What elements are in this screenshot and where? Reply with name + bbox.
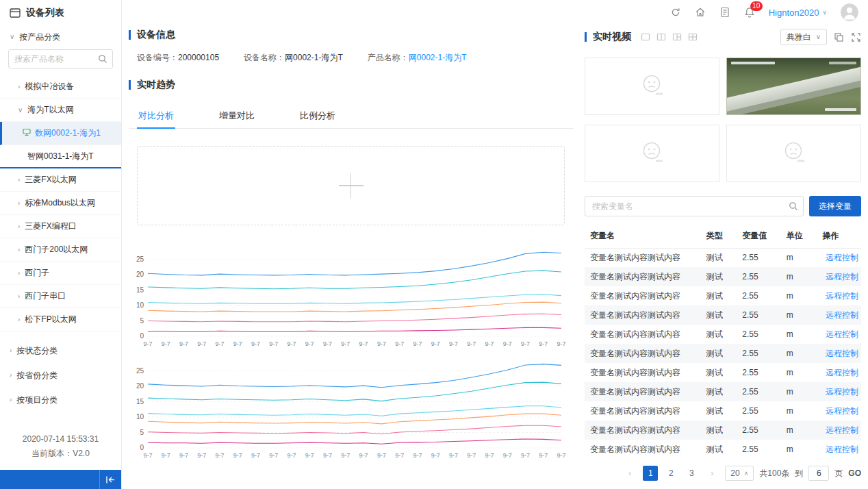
fullscreen-button[interactable] — [851, 32, 861, 42]
layout-four-button[interactable] — [688, 32, 698, 42]
video-slot-3[interactable] — [585, 125, 719, 182]
cell-action: 远程控制 — [819, 305, 861, 325]
layout-three-button[interactable] — [672, 32, 682, 42]
add-chart-dropzone[interactable] — [137, 146, 565, 225]
tree-item-2[interactable]: 数网0002-1-海为1 — [0, 122, 121, 145]
search-icon[interactable] — [98, 54, 107, 64]
sidebar-title: 设备列表 — [26, 7, 64, 19]
caret-right-icon: › — [18, 84, 20, 90]
cell-value: 2.55 — [739, 248, 784, 267]
tree-item-6[interactable]: ›三菱FX编程口 — [0, 215, 121, 238]
table-header-row: 变量名类型变量值单位操作 — [585, 225, 861, 248]
layout-single-button[interactable] — [641, 32, 650, 42]
tree-item-10[interactable]: ›松下FP以太网 — [0, 308, 121, 331]
remote-control-link[interactable]: 远程控制 — [822, 290, 858, 302]
theme-select[interactable]: 典雅白 ∨ — [780, 29, 827, 45]
chevron-down-icon: ∨ — [822, 9, 827, 16]
trend-tab-1[interactable]: 增量对比 — [218, 103, 256, 128]
tree-item-1[interactable]: ∨海为T以太网 — [0, 99, 121, 122]
cell-action: 远程控制 — [819, 440, 861, 459]
remote-control-link[interactable]: 远程控制 — [822, 271, 858, 283]
cell-unit: m — [784, 421, 820, 440]
layout-two-icon — [656, 32, 666, 42]
cell-value: 2.55 — [739, 286, 784, 305]
video-grid — [585, 58, 861, 182]
avatar[interactable] — [841, 3, 858, 21]
notifications-button[interactable]: 10 — [744, 7, 755, 18]
remote-control-link[interactable]: 远程控制 — [822, 367, 858, 379]
layers-button[interactable] — [834, 32, 844, 42]
no-video-icon — [638, 73, 667, 100]
user-menu[interactable]: Hignton2020 ∨ — [769, 8, 827, 18]
remote-control-link[interactable]: 远程控制 — [822, 348, 858, 360]
table-row: 变量名测试内容测试内容测试2.55m远程控制 — [585, 440, 861, 459]
cell-unit: m — [784, 305, 820, 325]
remote-control-link[interactable]: 远程控制 — [822, 444, 858, 455]
sidebar-section-2[interactable]: ›按项目分类 — [0, 388, 121, 412]
collapse-sidebar-button[interactable] — [99, 470, 121, 489]
layout-two-button[interactable] — [656, 32, 666, 42]
video-slot-1[interactable] — [585, 58, 719, 115]
page-size-select[interactable]: 20∧ — [725, 466, 754, 481]
page-button-2[interactable]: 2 — [663, 466, 678, 481]
collapse-icon — [105, 475, 116, 484]
remote-control-link[interactable]: 远程控制 — [822, 386, 858, 398]
cell-unit: m — [784, 382, 820, 401]
remote-control-label: 远程控制 — [826, 367, 858, 379]
field-label: 设备编号： — [137, 53, 178, 62]
table-row: 变量名测试内容测试内容测试2.55m远程控制 — [585, 401, 861, 421]
tree-item-3[interactable]: 智网0031-1-海为T — [0, 145, 121, 168]
tree-item-8[interactable]: ›西门子 — [0, 262, 121, 285]
svg-text:9-7: 9-7 — [216, 452, 225, 459]
remote-control-link[interactable]: 远程控制 — [822, 405, 858, 417]
sidebar-section-label: 按项目分类 — [16, 394, 58, 406]
page-button-1[interactable]: 1 — [643, 466, 658, 481]
tree-item-9[interactable]: ›西门子串口 — [0, 285, 121, 308]
tree-item-label: 三菱FX编程口 — [25, 221, 76, 232]
home-button[interactable] — [695, 7, 706, 18]
tree-item-label: 海为T以太网 — [27, 104, 73, 116]
remote-control-label: 远程控制 — [826, 348, 858, 360]
svg-text:9-7: 9-7 — [377, 340, 386, 347]
jump-page-input[interactable] — [808, 466, 829, 481]
tree-item-7[interactable]: ›西门子200以太网 — [0, 238, 121, 262]
sidebar-section-0[interactable]: ›按状态分类 — [0, 338, 121, 363]
tree-item-4[interactable]: ›三菱FX以太网 — [0, 168, 121, 192]
field-value[interactable]: 网0002-1-海为T — [409, 53, 467, 62]
remote-control-link[interactable]: 远程控制 — [822, 252, 858, 264]
trend-tab-2[interactable]: 比例分析 — [298, 103, 337, 128]
svg-text:9-7: 9-7 — [162, 452, 170, 459]
trend-tab-0[interactable]: 对比分析 — [137, 103, 175, 128]
refresh-button[interactable] — [670, 7, 681, 18]
cell-variable-name: 变量名测试内容测试内容 — [585, 286, 704, 305]
page-button-3[interactable]: 3 — [684, 466, 699, 481]
tree-item-label: 西门子200以太网 — [25, 244, 88, 255]
remote-control-link[interactable]: 远程控制 — [822, 329, 858, 340]
search-icon[interactable] — [789, 201, 798, 211]
remote-control-link[interactable]: 远程控制 — [822, 425, 858, 436]
section-by-product[interactable]: ∨ 按产品分类 — [0, 26, 121, 48]
remote-control-icon — [822, 407, 823, 415]
caret-right-icon: › — [10, 347, 12, 354]
document-button[interactable] — [719, 7, 730, 18]
svg-text:9-7: 9-7 — [269, 452, 278, 459]
device-field-2: 产品名称：网0002-1-海为T — [368, 52, 467, 64]
variable-search-input[interactable] — [585, 196, 804, 216]
sidebar-section-1[interactable]: ›按省份分类 — [0, 363, 121, 388]
video-slot-2[interactable] — [726, 58, 861, 115]
next-page-button[interactable]: › — [704, 466, 719, 481]
video-slot-4[interactable] — [726, 125, 861, 182]
remote-control-link[interactable]: 远程控制 — [822, 310, 858, 321]
cell-variable-name: 变量名测试内容测试内容 — [585, 401, 704, 421]
svg-text:9-7: 9-7 — [288, 340, 296, 347]
cell-unit: m — [784, 401, 820, 421]
remote-control-icon — [822, 273, 823, 281]
sidebar-section-label: 按省份分类 — [16, 370, 58, 381]
caret-right-icon: › — [18, 293, 20, 300]
tree-item-5[interactable]: ›标准Modbus以太网 — [0, 192, 121, 215]
table-row: 变量名测试内容测试内容测试2.55m远程控制 — [585, 286, 861, 305]
go-button[interactable]: GO — [848, 468, 861, 478]
tree-item-0[interactable]: ›模拟中冶设备 — [0, 75, 121, 99]
select-variable-button[interactable]: 选择变量 — [809, 196, 861, 216]
prev-page-button[interactable]: ‹ — [622, 466, 637, 481]
